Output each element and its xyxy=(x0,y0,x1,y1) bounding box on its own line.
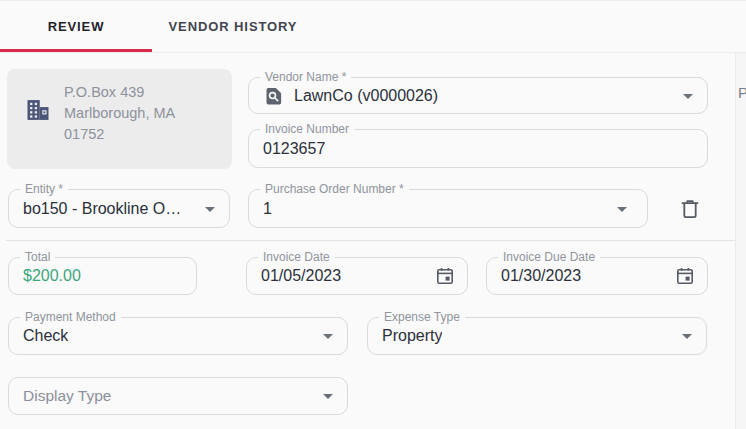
invoice-due-date-value: 01/30/2023 xyxy=(501,267,581,285)
display-type-field[interactable]: Display Type xyxy=(8,377,348,415)
purchase-order-number-field[interactable]: Purchase Order Number * 1 xyxy=(248,189,648,228)
address-line-3: 01752 xyxy=(64,124,175,145)
payment-method-value: Check xyxy=(23,327,68,345)
right-panel-edge xyxy=(735,53,746,429)
payment-method-label: Payment Method xyxy=(20,310,121,324)
invoice-review-panel: REVIEW VENDOR HISTORY P.O. xyxy=(0,0,746,429)
vendor-name-value: LawnCo (v0000026) xyxy=(294,87,438,105)
delete-purchase-order-button[interactable] xyxy=(676,195,704,223)
calendar-icon[interactable] xyxy=(435,266,455,286)
expense-type-label: Expense Type xyxy=(379,310,465,324)
dropdown-caret-icon xyxy=(323,334,333,339)
vendor-name-field[interactable]: Vendor Name * LawnCo (v0000026) xyxy=(248,77,708,114)
invoice-number-label: Invoice Number xyxy=(260,122,354,136)
total-value: $200.00 xyxy=(23,267,81,285)
invoice-number-value: 0123657 xyxy=(263,140,325,158)
total-label: Total xyxy=(20,250,55,264)
dropdown-caret-icon xyxy=(683,94,693,99)
vendor-search-icon xyxy=(263,85,284,106)
purchase-order-number-label: Purchase Order Number * xyxy=(260,182,409,196)
dropdown-caret-icon xyxy=(682,334,692,339)
expense-type-field[interactable]: Expense Type Property xyxy=(367,317,707,355)
tab-vendor-history[interactable]: VENDOR HISTORY xyxy=(152,1,314,52)
building-icon xyxy=(24,96,52,124)
tab-review[interactable]: REVIEW xyxy=(0,1,152,52)
tab-bar: REVIEW VENDOR HISTORY xyxy=(0,1,746,53)
invoice-number-field[interactable]: Invoice Number 0123657 xyxy=(248,129,708,168)
payment-method-field[interactable]: Payment Method Check xyxy=(8,317,348,355)
invoice-date-value: 01/05/2023 xyxy=(261,267,341,285)
section-divider xyxy=(6,240,740,241)
address-line-2: Marlborough, MA xyxy=(64,103,175,124)
entity-field[interactable]: Entity * bo150 - Brookline O… xyxy=(8,189,230,228)
entity-value: bo150 - Brookline O… xyxy=(23,200,181,218)
invoice-due-date-field[interactable]: Invoice Due Date 01/30/2023 xyxy=(486,257,708,295)
vendor-address-card: P.O.Box 439 Marlborough, MA 01752 xyxy=(7,69,232,169)
vendor-name-label: Vendor Name * xyxy=(260,70,351,84)
invoice-date-field[interactable]: Invoice Date 01/05/2023 xyxy=(246,257,468,295)
purchase-order-number-value: 1 xyxy=(263,200,272,218)
address-line-1: P.O.Box 439 xyxy=(64,82,175,103)
trash-icon xyxy=(678,197,702,221)
clipped-side-text: P xyxy=(738,84,746,101)
total-field[interactable]: Total $200.00 xyxy=(8,257,197,295)
dropdown-caret-icon xyxy=(323,394,333,399)
active-tab-indicator xyxy=(0,49,152,52)
expense-type-value: Property xyxy=(382,327,442,345)
dropdown-caret-icon xyxy=(205,207,215,212)
invoice-date-label: Invoice Date xyxy=(258,250,335,264)
dropdown-caret-icon xyxy=(617,207,627,212)
calendar-icon[interactable] xyxy=(675,266,695,286)
display-type-placeholder: Display Type xyxy=(23,387,111,405)
entity-label: Entity * xyxy=(20,182,68,196)
vendor-address: P.O.Box 439 Marlborough, MA 01752 xyxy=(64,82,175,145)
invoice-due-date-label: Invoice Due Date xyxy=(498,250,600,264)
